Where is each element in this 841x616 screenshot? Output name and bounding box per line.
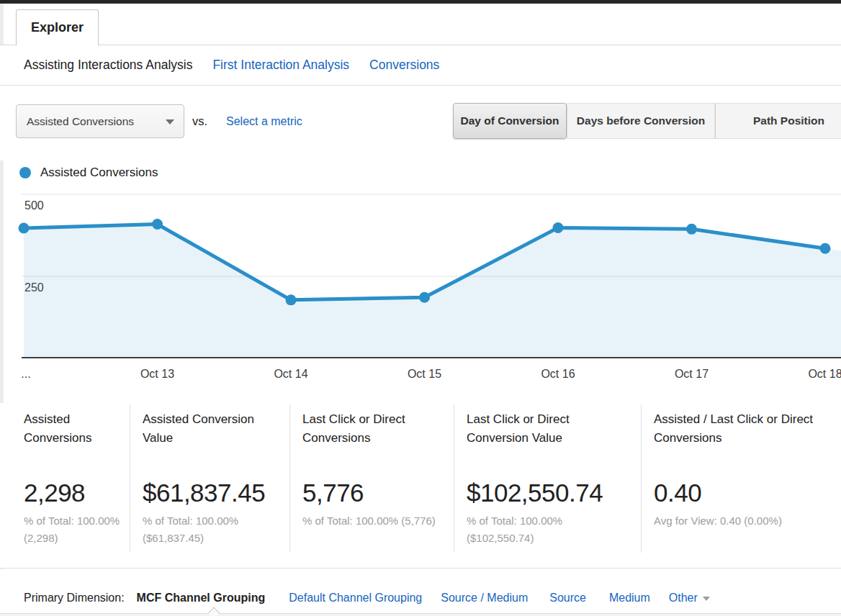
subnav-conversions[interactable]: Conversions [369, 58, 439, 73]
view-toggle-group: Day of Conversion Days before Conversion… [453, 103, 841, 139]
path-position-button[interactable]: Path Position [715, 103, 841, 139]
svg-text:Oct 13: Oct 13 [140, 368, 174, 380]
svg-text:Oct 17: Oct 17 [675, 368, 709, 380]
report-subnav: Assisting Interactions Analysis First In… [0, 45, 841, 86]
chart-legend: Assisted Conversions [0, 161, 158, 184]
svg-text:Oct 16: Oct 16 [541, 368, 575, 380]
card-subtext: Avg for View: 0.40 (0.00%) [654, 512, 835, 530]
card-divider [454, 404, 454, 553]
card-value: $102,550.74 [467, 479, 631, 507]
primary-dimension-row: Primary Dimension: MCF Channel Grouping … [24, 592, 841, 604]
card-assisted-last-click-ratio: Assisted / Last Click or Direct Conversi… [641, 403, 841, 568]
card-label: Last Click or Direct Conversions [302, 410, 446, 479]
conversions-chart[interactable]: 500250...Oct 13Oct 14Oct 15Oct 16Oct 17O… [0, 184, 841, 394]
card-value: 0.40 [654, 479, 835, 507]
explorer-report-page: Explorer Assisting Interactions Analysis… [0, 0, 841, 616]
dimension-medium[interactable]: Medium [609, 592, 650, 604]
subnav-assisting-interactions-analysis[interactable]: Assisting Interactions Analysis [24, 58, 192, 73]
card-label: Assisted / Last Click or Direct Conversi… [654, 410, 835, 479]
conversions-chart-svg: 500250...Oct 13Oct 14Oct 15Oct 16Oct 17O… [0, 184, 841, 394]
card-label: Assisted Conversion Value [143, 410, 282, 479]
svg-text:Oct 15: Oct 15 [408, 368, 441, 380]
card-value: 2,298 [24, 479, 124, 507]
card-assisted-conversion-value: Assisted Conversion Value $61,837.45 % o… [130, 403, 289, 568]
top-dark-bar [0, 0, 841, 4]
card-subtext: % of Total: 100.00% ($102,550.74) [467, 512, 631, 547]
card-label: Assisted Conversions [24, 410, 124, 479]
card-subtext: % of Total: 100.00% (5,776) [302, 512, 446, 530]
select-a-metric-link[interactable]: Select a metric [226, 104, 302, 138]
legend-series-label: Assisted Conversions [40, 166, 158, 180]
dimension-default-channel-grouping[interactable]: Default Channel Grouping [289, 592, 422, 604]
table-pointer-notch [208, 607, 220, 616]
card-last-click-conversion-value: Last Click or Direct Conversion Value $1… [454, 403, 641, 568]
card-divider [289, 404, 290, 553]
svg-text:...: ... [21, 368, 30, 380]
metric-dropdown-value: Assisted Conversions [27, 115, 134, 127]
primary-dimension-label: Primary Dimension: [24, 592, 125, 604]
primary-dimension-bar: Primary Dimension: MCF Channel Grouping … [0, 569, 841, 616]
svg-text:Oct 18: Oct 18 [808, 368, 841, 380]
svg-text:Oct 14: Oct 14 [274, 368, 307, 380]
dimension-mcf-channel-grouping[interactable]: MCF Channel Grouping [137, 592, 266, 604]
subnav-first-interaction-analysis[interactable]: First Interaction Analysis [212, 58, 349, 73]
day-of-conversion-button[interactable]: Day of Conversion [453, 103, 567, 139]
card-value: $61,837.45 [143, 479, 282, 507]
controls-row: Assisted Conversions vs. Select a metric… [0, 86, 841, 160]
days-before-conversion-button[interactable]: Days before Conversion [567, 103, 715, 139]
series-dot-icon [19, 167, 31, 178]
dimension-source-medium[interactable]: Source / Medium [441, 592, 528, 604]
tab-explorer[interactable]: Explorer [16, 9, 99, 45]
card-subtext: % of Total: 100.00% ($61,837.45) [143, 512, 282, 547]
dimension-other-label: Other [669, 592, 698, 604]
svg-text:500: 500 [24, 199, 44, 212]
card-subtext: % of Total: 100.00% (2,298) [24, 512, 124, 547]
card-value: 5,776 [302, 479, 446, 507]
card-last-click-conversions: Last Click or Direct Conversions 5,776 %… [289, 403, 454, 568]
dimension-source[interactable]: Source [549, 592, 586, 604]
vs-label: vs. [192, 104, 207, 138]
metric-dropdown[interactable]: Assisted Conversions [16, 104, 184, 138]
card-assisted-conversions: Assisted Conversions 2,298 % of Total: 1… [0, 403, 130, 568]
card-label: Last Click or Direct Conversion Value [467, 410, 631, 479]
chevron-down-icon [166, 119, 174, 124]
summary-cards: Assisted Conversions 2,298 % of Total: 1… [0, 403, 841, 569]
card-divider [130, 404, 130, 553]
dimension-other[interactable]: Other [669, 592, 710, 604]
card-divider [641, 404, 642, 553]
caret-down-icon [703, 597, 710, 601]
